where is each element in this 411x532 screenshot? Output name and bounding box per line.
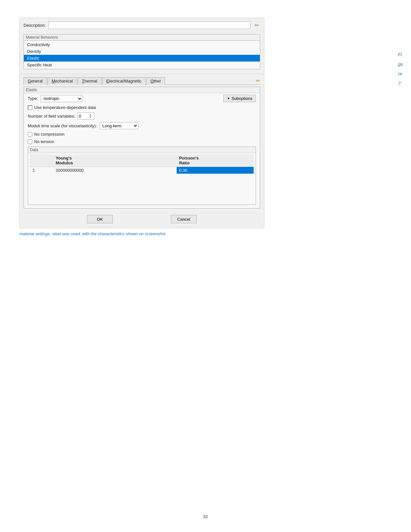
elastic-panel: Elastic Type: Isotropic Orthotropic Anis… (24, 87, 260, 208)
elastic-panel-title: Elastic (24, 87, 260, 93)
no-compression-row: No compression (24, 131, 260, 138)
material-behaviors-section: Material Behaviors Conductivity Density … (24, 34, 260, 69)
temp-dependent-checkbox[interactable] (28, 105, 32, 110)
moduli-row: Moduli time scale (for viscoelasticity):… (24, 121, 260, 131)
moduli-select[interactable]: Long-term Instantaneous (100, 122, 138, 129)
data-table-wrapper: Young'sModulus Poisson'sRatio 1 20000000… (28, 153, 256, 205)
row-poissons[interactable]: 0.30 (177, 167, 254, 174)
type-select[interactable]: Isotropic Orthotropic Anisotropic (41, 95, 83, 102)
ok-button[interactable]: OK (87, 215, 113, 223)
no-compression-checkbox[interactable] (28, 132, 32, 137)
tab-other[interactable]: Other (146, 77, 165, 85)
type-label: Type: (28, 96, 38, 101)
dialog-box: Description: ✏ Material Behaviors Conduc… (19, 18, 264, 228)
suboptions-button[interactable]: ▼ Suboptions (223, 95, 256, 102)
sidebar-line-2: gu (398, 60, 411, 69)
moduli-label: Moduli time scale (for viscoelasticity): (28, 123, 97, 128)
behavior-item-elastic[interactable]: Elastic (24, 55, 260, 62)
tab-pencil-icon[interactable]: ✏ (256, 78, 260, 84)
tab-electrical-magnetic[interactable]: Electrical/Magnetic (102, 77, 146, 85)
field-vars-spinner[interactable]: ▲ ▼ (89, 113, 92, 119)
tab-general[interactable]: General (24, 77, 47, 85)
tab-mechanical[interactable]: Mechanical (47, 77, 77, 85)
data-section-title: Data (28, 147, 256, 153)
type-row: Type: Isotropic Orthotropic Anisotropic … (24, 93, 260, 104)
temp-dependent-label: Use temperature-dependent data (34, 105, 96, 110)
suboptions-arrow-icon: ▼ (227, 97, 230, 100)
col-header-youngs: Young'sModulus (53, 154, 177, 167)
description-pencil-icon[interactable]: ✏ (253, 22, 260, 29)
data-section: Data Young'sModulus Poisson'sRatio (28, 147, 256, 205)
material-behaviors-title: Material Behaviors (24, 34, 260, 41)
col-header-num (30, 154, 53, 167)
bottom-buttons: OK Cancel (20, 210, 264, 228)
sidebar-line-4: 7: (398, 79, 411, 88)
behavior-item-density[interactable]: Density (24, 48, 260, 55)
no-tension-label: No tension (34, 139, 54, 144)
sidebar-line-1: Fi (398, 50, 411, 59)
right-sidebar: Fi gu re 7: (398, 18, 411, 236)
suboptions-label: Suboptions (231, 96, 252, 101)
field-vars-row: Number of field variables: ▲ ▼ (24, 111, 260, 121)
description-label: Description: (24, 23, 46, 28)
tab-thermal[interactable]: Thermal (78, 77, 102, 85)
no-tension-checkbox[interactable] (28, 140, 32, 144)
table-row: 1 200000000000 0.30 (30, 167, 254, 174)
tab-bar: General Mechanical Thermal Electrical/Ma… (20, 74, 264, 84)
page-number: 32 (203, 514, 208, 519)
behavior-list: Conductivity Density Elastic Specific He… (24, 41, 260, 69)
no-tension-row: No tension (24, 138, 260, 145)
row-num: 1 (30, 167, 53, 174)
row-youngs[interactable]: 200000000000 (53, 167, 177, 174)
sidebar-line-3: re (398, 69, 411, 78)
behavior-item-specific-heat[interactable]: Specific Heat (24, 62, 260, 68)
description-row: Description: ✏ (20, 18, 264, 32)
field-vars-input[interactable] (78, 113, 89, 119)
col-header-poissons: Poisson'sRatio (177, 154, 254, 167)
no-compression-label: No compression (34, 132, 64, 137)
cancel-button[interactable]: Cancel (171, 215, 197, 223)
description-input[interactable] (48, 21, 250, 29)
data-table: Young'sModulus Poisson'sRatio 1 20000000… (30, 154, 254, 174)
field-vars-label: Number of field variables: (28, 114, 75, 119)
caption: material settings, steel was used, with … (19, 231, 264, 236)
behavior-item-conductivity[interactable]: Conductivity (24, 41, 260, 48)
temp-dependent-row: Use temperature-dependent data (24, 104, 260, 111)
